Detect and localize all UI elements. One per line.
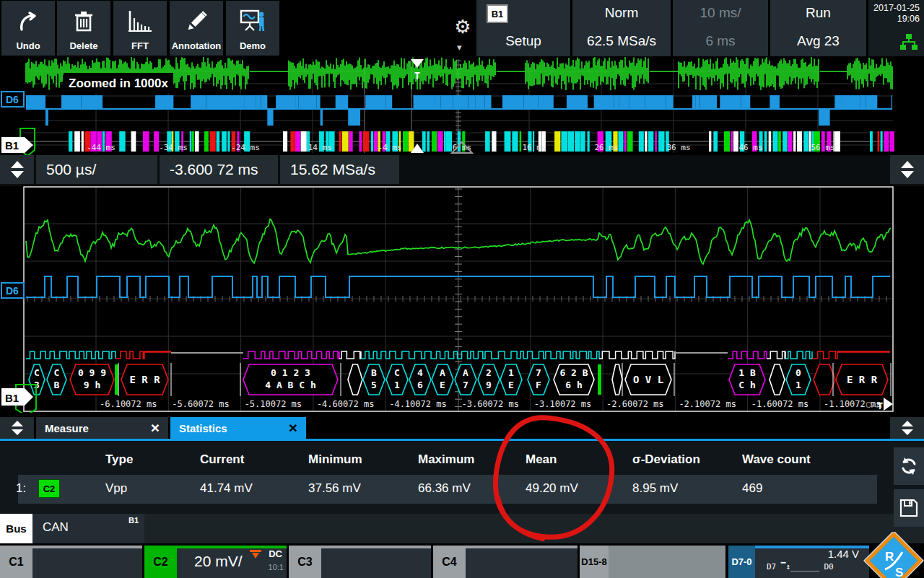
svg-text:0 9 9: 0 9 9 bbox=[78, 367, 106, 378]
svg-text:6: 6 bbox=[417, 380, 423, 390]
overview-waveform[interactable]: -44 ms-34 ms-24 ms-14 ms-4 ms6 ms16 ms26… bbox=[0, 56, 924, 155]
svg-text:B1: B1 bbox=[5, 392, 19, 404]
stat-column-header: Minimum bbox=[308, 452, 362, 467]
zoom-position[interactable]: -3.600 72 ms bbox=[160, 155, 278, 184]
channel-d15-8-body[interactable] bbox=[609, 546, 725, 578]
stat-column-header: Mean bbox=[526, 452, 557, 467]
run-state: Run bbox=[770, 5, 866, 21]
spinner-up-icon bbox=[902, 421, 913, 426]
trigger-level-icon bbox=[249, 550, 262, 560]
chevron-down-icon[interactable]: ▾ bbox=[457, 42, 462, 53]
acquisition-cell[interactable]: Norm 62.5 MSa/s bbox=[572, 0, 671, 56]
channel-d7-0-label[interactable]: D7-0 bbox=[728, 546, 755, 578]
svg-text:1: 1 bbox=[796, 380, 801, 390]
spinner-down-icon bbox=[902, 429, 913, 435]
svg-text:-4.60072 ms: -4.60072 ms bbox=[317, 399, 374, 409]
datetime-cell: 2017-01-25 19:06 bbox=[868, 0, 924, 56]
zoom-sample-rate[interactable]: 15.62 MSa/s bbox=[280, 155, 399, 184]
spinner-down-icon bbox=[901, 171, 914, 178]
spinner-down-icon bbox=[12, 429, 23, 435]
stat-value: 41.74 mV bbox=[200, 481, 253, 496]
svg-text:S: S bbox=[895, 566, 903, 578]
svg-text:6 ms: 6 ms bbox=[453, 143, 472, 152]
time: 19:06 bbox=[897, 14, 920, 24]
timebase: 10 ms/ bbox=[673, 5, 768, 21]
channel-c4-body[interactable] bbox=[466, 546, 578, 578]
channel-c3-body[interactable] bbox=[321, 546, 431, 578]
close-icon[interactable]: × bbox=[289, 421, 297, 435]
svg-text:-4 ms: -4 ms bbox=[378, 143, 401, 152]
channel-d7-0-body[interactable]: 1.44 V D7 ▔↕______ D0 bbox=[755, 546, 869, 578]
spinner-up-icon bbox=[12, 421, 23, 426]
svg-text:A: A bbox=[440, 367, 445, 378]
undo-button[interactable]: Undo bbox=[1, 1, 55, 56]
svg-text:A: A bbox=[463, 367, 468, 378]
fft-button[interactable]: FFT bbox=[113, 1, 167, 56]
tab-scroll-spinner-right[interactable] bbox=[890, 417, 924, 439]
bus-badge: B1 bbox=[128, 516, 139, 525]
svg-text:0 1 2 3: 0 1 2 3 bbox=[271, 367, 310, 378]
svg-text:2: 2 bbox=[486, 367, 492, 378]
toolbar-label: Annotation bbox=[172, 40, 222, 56]
svg-text:-5.60072 ms: -5.60072 ms bbox=[172, 399, 229, 409]
svg-text:T: T bbox=[414, 70, 420, 82]
channel-c2-label[interactable]: C2 bbox=[144, 546, 177, 578]
channel-c2-body[interactable]: 20 mV/ DC 10:1 bbox=[177, 546, 287, 578]
source-channel-badge[interactable]: C2 bbox=[38, 479, 60, 498]
zoom-scale-spinner[interactable] bbox=[0, 155, 34, 184]
svg-text:0: 0 bbox=[796, 367, 801, 378]
channel-d15-8-label[interactable]: D15-8 bbox=[580, 546, 609, 578]
run-cell[interactable]: Run Avg 23 bbox=[770, 0, 866, 56]
toolbar-label: Demo bbox=[240, 40, 266, 56]
channel-c1-body[interactable] bbox=[32, 546, 142, 578]
stat-value: 49.20 mV bbox=[526, 481, 578, 496]
svg-text:C h: C h bbox=[738, 380, 755, 390]
svg-text:9: 9 bbox=[486, 380, 492, 390]
svg-text:C: C bbox=[54, 367, 60, 378]
svg-text:D6: D6 bbox=[6, 94, 19, 105]
row-index: 1: bbox=[16, 481, 26, 496]
toolbar-label: FFT bbox=[131, 40, 149, 56]
main-waveform[interactable]: C3CB0 9 99 hE R R0 1 2 34 A B C hB5C146A… bbox=[0, 186, 924, 413]
svg-text:7: 7 bbox=[463, 380, 468, 390]
sample-rate: 62.5 MSa/s bbox=[572, 33, 671, 49]
close-icon[interactable]: × bbox=[151, 421, 160, 435]
stat-value: 37.56 mV bbox=[308, 481, 361, 496]
svg-text:E: E bbox=[440, 380, 445, 390]
channel-c3-label[interactable]: C3 bbox=[289, 546, 321, 578]
annotation-button[interactable]: Annotation bbox=[170, 1, 223, 56]
reset-statistics-button[interactable] bbox=[894, 447, 924, 485]
floppy-save-icon bbox=[899, 499, 918, 517]
network-icon bbox=[899, 33, 918, 51]
svg-text:1: 1 bbox=[508, 367, 514, 378]
demo-button[interactable]: Demo bbox=[226, 1, 279, 56]
tab-measure[interactable]: Measure × bbox=[36, 417, 168, 439]
trigger-setup-cell[interactable]: B1 Setup bbox=[476, 0, 570, 56]
svg-text:-5.10072 ms: -5.10072 ms bbox=[245, 399, 302, 409]
tab-statistics[interactable]: Statistics × bbox=[170, 417, 306, 439]
rohde-schwarz-logo: R S bbox=[863, 532, 924, 578]
channel-c1-label[interactable]: C1 bbox=[0, 546, 32, 578]
acquisition-mode: Avg 23 bbox=[770, 33, 866, 49]
stat-column-header: Maximum bbox=[418, 452, 474, 467]
svg-text:-3.60072 ms: -3.60072 ms bbox=[462, 399, 519, 409]
bus-can-tab[interactable]: CAN B1 bbox=[32, 514, 144, 543]
zoom-scale[interactable]: 500 µs/ bbox=[36, 155, 157, 184]
stat-value: Vpp bbox=[105, 481, 127, 496]
zoom-scroll-spinner[interactable] bbox=[890, 155, 924, 184]
bus-tab[interactable]: Bus bbox=[0, 514, 32, 543]
tab-scroll-spinner[interactable] bbox=[0, 417, 34, 439]
presenter-icon bbox=[226, 6, 279, 37]
svg-text:-24 ms: -24 ms bbox=[231, 143, 260, 152]
svg-text:1 B: 1 B bbox=[738, 367, 756, 378]
svg-text:26 ms: 26 ms bbox=[594, 143, 618, 152]
settings-gear-icon[interactable]: ⚙ bbox=[450, 16, 475, 38]
timebase-cell[interactable]: 10 ms/ 6 ms bbox=[673, 0, 768, 56]
svg-text:C: C bbox=[34, 367, 40, 378]
stat-column-header: σ-Deviation bbox=[632, 452, 700, 467]
delete-button[interactable]: Delete bbox=[57, 1, 110, 56]
setup-label: Setup bbox=[476, 33, 570, 49]
svg-text:-3.10072 ms: -3.10072 ms bbox=[534, 399, 591, 409]
save-button[interactable] bbox=[894, 489, 924, 527]
channel-c4-label[interactable]: C4 bbox=[433, 546, 466, 578]
